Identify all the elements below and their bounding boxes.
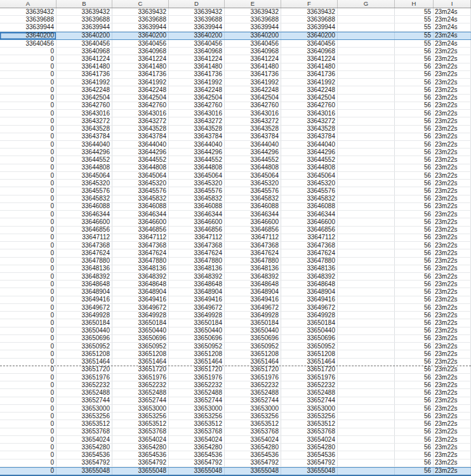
cell[interactable]: 23m22s xyxy=(434,141,471,148)
cell[interactable]: 33640968 xyxy=(56,48,112,55)
cell[interactable]: 33653512 xyxy=(281,420,338,427)
cell[interactable]: 56 xyxy=(395,218,434,225)
cell[interactable]: 55 xyxy=(395,23,434,30)
cell[interactable]: 33647880 xyxy=(225,258,281,265)
cell[interactable]: 33644552 xyxy=(281,156,338,163)
cell[interactable]: 56 xyxy=(395,95,434,102)
cell[interactable]: 33653256 xyxy=(281,413,338,420)
cell[interactable]: 23m22s xyxy=(434,359,471,366)
cell[interactable]: 33648904 xyxy=(169,288,225,295)
cell[interactable] xyxy=(338,288,395,295)
cell[interactable]: 33645576 xyxy=(281,187,338,194)
cell[interactable] xyxy=(338,381,395,388)
cell[interactable]: 33651208 xyxy=(56,350,112,357)
cell[interactable]: 23m22s xyxy=(434,335,471,342)
cell[interactable]: 56 xyxy=(395,359,434,366)
cell[interactable]: 0 xyxy=(0,296,56,303)
cell[interactable]: 56 xyxy=(395,133,434,140)
cell[interactable] xyxy=(338,117,395,124)
cell[interactable]: 33640456 xyxy=(169,40,225,47)
cell[interactable]: 0 xyxy=(0,436,56,443)
cell[interactable]: 56 xyxy=(395,413,434,420)
cell[interactable]: 33646856 xyxy=(225,227,281,234)
cell[interactable]: 33647368 xyxy=(225,242,281,249)
cell[interactable]: 33645064 xyxy=(56,172,112,179)
cell[interactable]: 33651464 xyxy=(56,359,112,366)
cell[interactable]: 33641480 xyxy=(225,63,281,70)
cell[interactable]: 33639688 xyxy=(112,16,169,23)
cell[interactable]: 56 xyxy=(395,381,434,388)
cell[interactable]: 33639432 xyxy=(56,8,112,15)
cell[interactable]: 33643016 xyxy=(169,110,225,117)
cell[interactable] xyxy=(338,79,395,86)
cell[interactable] xyxy=(338,374,395,381)
cell[interactable]: 33654792 xyxy=(56,459,112,466)
cell[interactable]: 33650696 xyxy=(281,335,338,342)
cell[interactable]: 33654280 xyxy=(225,444,281,451)
cell[interactable]: 33641224 xyxy=(169,55,225,62)
cell[interactable]: 33647112 xyxy=(169,234,225,241)
cell[interactable]: 56 xyxy=(395,156,434,163)
cell[interactable]: 23m22s xyxy=(434,95,471,102)
cell[interactable]: 56 xyxy=(395,48,434,55)
cell[interactable]: 23m22s xyxy=(434,428,471,435)
cell[interactable]: 23m22s xyxy=(434,468,471,475)
column-header-C[interactable]: C xyxy=(112,0,169,8)
cell[interactable]: 33641224 xyxy=(56,55,112,62)
cell[interactable]: 33649416 xyxy=(281,296,338,303)
cell[interactable]: 33648392 xyxy=(225,273,281,280)
cell[interactable]: 0 xyxy=(0,288,56,295)
cell[interactable]: 33645320 xyxy=(112,180,169,187)
column-header-G[interactable]: G xyxy=(338,0,395,8)
cell[interactable]: 23m22s xyxy=(434,102,471,109)
cell[interactable]: 33641736 xyxy=(225,71,281,78)
cell[interactable]: 33648648 xyxy=(56,281,112,288)
cell[interactable]: 23m22s xyxy=(434,218,471,225)
cell[interactable]: 33655048 xyxy=(112,468,169,475)
cell[interactable]: 33644296 xyxy=(169,149,225,155)
cell[interactable]: 33649672 xyxy=(225,304,281,311)
cell[interactable]: 33654280 xyxy=(281,444,338,451)
cell[interactable]: 33651208 xyxy=(281,350,338,357)
cell[interactable]: 56 xyxy=(395,234,434,241)
cell[interactable]: 33651976 xyxy=(169,374,225,381)
cell[interactable]: 56 xyxy=(395,227,434,234)
cell[interactable]: 33648904 xyxy=(225,288,281,295)
cell[interactable]: 33641480 xyxy=(169,63,225,70)
cell[interactable]: 33641736 xyxy=(281,71,338,78)
cell[interactable]: 23m22s xyxy=(434,156,471,163)
cell[interactable]: 33649672 xyxy=(56,304,112,311)
cell[interactable]: 33641992 xyxy=(225,79,281,86)
cell[interactable]: 33651976 xyxy=(56,374,112,381)
cell[interactable]: 33654536 xyxy=(56,451,112,458)
cell[interactable]: 56 xyxy=(395,258,434,265)
cell[interactable]: 0 xyxy=(0,55,56,62)
cell[interactable]: 23m22s xyxy=(434,110,471,117)
cell[interactable]: 0 xyxy=(0,95,56,102)
cell[interactable]: 33640200 xyxy=(169,32,225,39)
cell[interactable] xyxy=(338,428,395,435)
cell[interactable]: 33651720 xyxy=(281,366,338,373)
cell[interactable]: 33646344 xyxy=(112,211,169,218)
cell[interactable]: 33642248 xyxy=(169,86,225,93)
cell[interactable]: 23m22s xyxy=(434,327,471,334)
cell[interactable]: 0 xyxy=(0,258,56,265)
cell[interactable]: 33641992 xyxy=(112,79,169,86)
cell[interactable]: 33641224 xyxy=(281,55,338,62)
cell[interactable] xyxy=(338,48,395,55)
cell[interactable]: 0 xyxy=(0,227,56,234)
column-header-A[interactable]: A xyxy=(0,0,56,8)
cell[interactable]: 33652744 xyxy=(225,397,281,404)
cell[interactable]: 56 xyxy=(395,172,434,179)
cell[interactable]: 23m22s xyxy=(434,296,471,303)
cell[interactable]: 56 xyxy=(395,71,434,78)
cell[interactable]: 33640200 xyxy=(225,32,281,39)
cell[interactable]: 33647368 xyxy=(281,242,338,249)
cell[interactable]: 33654536 xyxy=(281,451,338,458)
cell[interactable]: 33651976 xyxy=(112,374,169,381)
cell[interactable]: 33653512 xyxy=(112,420,169,427)
column-header-B[interactable]: B xyxy=(56,0,112,8)
cell[interactable]: 33642248 xyxy=(56,86,112,93)
cell[interactable]: 56 xyxy=(395,436,434,443)
cell[interactable]: 33649416 xyxy=(169,296,225,303)
